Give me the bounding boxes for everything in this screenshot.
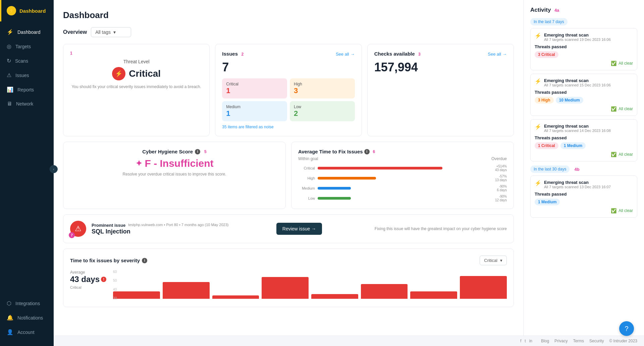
issues-title: Issues — [222, 51, 238, 57]
checks-see-all[interactable]: See all → — [488, 52, 507, 57]
grade-icon: ✦ — [136, 159, 142, 168]
period-badge-7: In the last 7 days — [530, 18, 568, 25]
tags-row-2: 3 High 10 Medium — [535, 97, 633, 103]
low-bar — [318, 197, 351, 200]
sidebar-item-account[interactable]: 👤 Account — [0, 325, 54, 339]
terms-link[interactable]: Terms — [573, 339, 584, 343]
sidebar-item-scans[interactable]: ↻ Scans — [0, 54, 54, 68]
prominent-info: Prominent issue testphp.vulnweb.com • Po… — [92, 223, 271, 235]
medium-info: -90%6 days — [487, 185, 507, 192]
time-fix-title-text: Time to fix issues by severity — [70, 258, 140, 263]
tags-dropdown[interactable]: All tags ▾ — [91, 27, 131, 37]
critical-value: 1 — [226, 86, 283, 95]
high-bar — [318, 177, 376, 180]
checks-title: Checks available — [374, 51, 415, 57]
item-3-header: ⚡ Emerging threat scan All 7 targets sca… — [535, 124, 633, 133]
time-fix-content: Average 43 days ! Critical — [70, 270, 507, 300]
high-value: 3 — [294, 86, 351, 95]
security-link[interactable]: Security — [589, 339, 604, 343]
page-title: Dashboard — [63, 10, 514, 20]
critical-cell: Critical 1 — [222, 78, 287, 98]
linkedin-icon[interactable]: in — [529, 339, 532, 343]
sidebar-item-targets[interactable]: ◎ Targets — [0, 39, 54, 54]
card-num-7: 7 — [69, 232, 75, 238]
clear-row-2: ✅ All clear — [535, 106, 633, 112]
bar-1 — [113, 291, 160, 299]
noise-note[interactable]: 35 items are filtered as noise — [222, 125, 355, 129]
sidebar-item-reports[interactable]: 📊 Reports — [0, 82, 54, 97]
activity-items-7days: ⚡ Emerging threat scan All 7 targets sca… — [530, 28, 637, 161]
clear-row-1: ✅ All clear — [535, 61, 633, 66]
card-avg-time: Average Time to Fix Issues i 6 Within go… — [291, 142, 514, 209]
threats-label-2: Threats passed — [535, 90, 633, 95]
chevron-down-icon: ▾ — [113, 29, 116, 35]
threat-icon: ⚡ — [112, 67, 125, 80]
item-2-sub: All 7 targets scanned 15 Dec 2023 16:06 — [544, 83, 611, 87]
checks-value: 157,994 — [374, 60, 507, 74]
activity-header: Activity 4a — [530, 7, 637, 13]
y-axis-label: Critical — [70, 285, 106, 289]
blog-link[interactable]: Blog — [541, 339, 549, 343]
card-num-1: 1 — [70, 51, 72, 56]
sidebar-item-dashboard[interactable]: ⚡ Dashboard — [0, 25, 54, 39]
avg-label: Average — [70, 270, 106, 275]
medium-bar — [318, 187, 351, 190]
item-2-info: Emerging threat scan All 7 targets scann… — [544, 78, 611, 87]
grade-value: F - Insufficient — [145, 158, 214, 169]
issues-breakdown: Critical 1 High 3 Medium 1 Low — [222, 78, 355, 121]
issues-see-all[interactable]: See all → — [336, 52, 355, 57]
item-1-header: ⚡ Emerging threat scan All 7 targets sca… — [535, 32, 633, 42]
hygiene-description: Resolve your overdue critical issues to … — [70, 172, 279, 177]
scans-icon: ↻ — [7, 58, 11, 64]
threat-level-value: Critical — [129, 68, 161, 79]
medium-bar-wrap — [318, 187, 484, 190]
clear-row-3: ✅ All clear — [535, 152, 633, 157]
low-row-label: Low — [298, 196, 315, 200]
time-row-medium: Medium -90%6 days — [298, 185, 507, 192]
critical-row-label: Critical — [298, 166, 315, 170]
tags-value: All tags — [95, 29, 111, 35]
sidebar-item-integrations[interactable]: ⬡ Integrations — [0, 296, 54, 310]
time-title-text: Average Time to Fix Issues — [298, 149, 363, 154]
integrations-icon: ⬡ — [7, 300, 11, 306]
copyright: © Intruder 2023 — [609, 339, 637, 343]
chat-button[interactable]: ? — [619, 321, 634, 336]
activity-title: Activity — [530, 7, 551, 13]
sidebar-item-label: Network — [16, 101, 33, 107]
overview-label: Overview — [63, 29, 87, 35]
time-fix-title-row: Time to fix issues by severity i — [70, 258, 147, 263]
clear-label-2: All clear — [619, 107, 633, 111]
activity-num: 4a — [554, 8, 559, 13]
activity-item-3: ⚡ Emerging threat scan All 7 targets sca… — [530, 119, 637, 161]
item-1-info: Emerging threat scan All 7 targets scann… — [544, 32, 611, 42]
sidebar-item-label: Notifications — [17, 315, 43, 321]
sidebar-nav: ⚡ Dashboard ◎ Targets ↻ Scans ⚠ Issues 📊… — [0, 21, 54, 293]
sidebar-item-network[interactable]: 🖥 Network — [0, 97, 54, 111]
collapse-button[interactable]: ‹ — [50, 165, 58, 173]
twitter-icon[interactable]: t — [525, 339, 526, 343]
sidebar-item-issues[interactable]: ⚠ Issues — [0, 68, 54, 82]
sidebar-item-label: Issues — [15, 73, 29, 78]
item-3-info: Emerging threat scan All 7 targets scann… — [544, 124, 611, 133]
sidebar-item-label: Dashboard — [17, 29, 41, 35]
privacy-link[interactable]: Privacy — [554, 339, 568, 343]
severity-dropdown[interactable]: Critical ▾ — [480, 256, 507, 265]
avg-block: Average 43 days ! Critical — [70, 270, 106, 300]
bar-5 — [311, 294, 358, 299]
sidebar-item-notifications[interactable]: 🔔 Notifications — [0, 310, 54, 325]
prominent-label: Prominent issue — [92, 223, 125, 228]
facebook-icon[interactable]: f — [520, 339, 521, 343]
bar-chart — [113, 270, 507, 300]
avg-info-icon[interactable]: ! — [101, 277, 106, 282]
info-icon-time[interactable]: i — [364, 149, 370, 154]
review-issue-button[interactable]: Review issue → — [276, 223, 322, 235]
time-cols: Within goal Overdue — [298, 156, 507, 161]
card-num-3: 3 — [418, 52, 421, 57]
info-icon-time-fix[interactable]: i — [142, 258, 147, 263]
bar-2 — [163, 282, 210, 299]
sidebar-logo[interactable]: ⚡ Dashboard — [0, 0, 54, 21]
reports-icon: 📊 — [7, 86, 13, 93]
tag-medium-3: 1 Medium — [560, 142, 586, 149]
info-icon[interactable]: i — [195, 149, 200, 154]
issues-total: 7 — [222, 60, 355, 74]
